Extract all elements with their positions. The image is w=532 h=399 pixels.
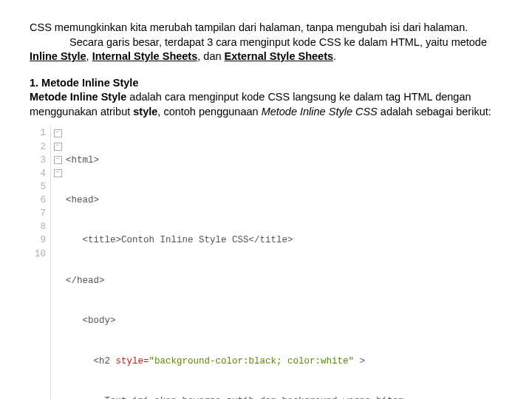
line-number: 7 — [30, 207, 46, 220]
fold-toggle-icon[interactable]: − — [54, 169, 62, 177]
intro-p1: CSS memungkinkan kita merubah tampilan d… — [30, 21, 502, 35]
line-number: 10 — [30, 248, 46, 261]
code-line: <h2 style="background-color:black; color… — [66, 355, 404, 368]
line-number-gutter: 1 2 3 4 5 6 7 8 9 10 — [30, 126, 51, 399]
line-number: 5 — [30, 180, 46, 194]
section1-lead-rest2: , contoh penggunaan — [157, 106, 261, 117]
intro-sep2: , dan — [197, 50, 224, 62]
code-line: <body> — [66, 314, 404, 327]
code-line: </head> — [66, 274, 404, 287]
code-attr: style= — [116, 356, 149, 366]
line-number: 1 — [30, 126, 46, 140]
line-number: 9 — [30, 233, 46, 247]
fold-gutter: − − − − — [51, 126, 64, 399]
code-block: 1 2 3 4 5 6 7 8 9 10 − − − − <html> <hea… — [30, 126, 502, 399]
line-number: 3 — [30, 154, 46, 167]
intro-sep1: , — [86, 50, 92, 62]
intro-b3: External Style Sheets — [225, 50, 334, 62]
intro-p2a: Secara garis besar, terdapat 3 cara meng… — [69, 36, 487, 48]
section1-lead-b2: style — [133, 106, 157, 117]
code-line: <head> — [66, 194, 404, 207]
intro-end: . — [333, 50, 336, 62]
section1-heading: 1. Metode Inline Style — [30, 76, 502, 91]
line-number: 2 — [30, 140, 46, 154]
intro-b2: Internal Style Sheets — [92, 50, 198, 62]
section1-lead-em: Metode Inline Style CSS — [262, 106, 378, 117]
section1-lead-rest3: adalah sebagai berikut: — [378, 106, 491, 117]
code-line: <title>Contoh Inline Style CSS</title> — [66, 233, 404, 247]
code-column: <html> <head> <title>Contoh Inline Style… — [64, 126, 404, 399]
intro-b1: Inline Style — [30, 50, 86, 62]
line-number: 6 — [30, 194, 46, 207]
code-line: <html> — [66, 154, 404, 167]
code-line: Text ini akan bewarna putih dan backgrou… — [66, 395, 404, 399]
intro-p2: Secara garis besar, terdapat 3 cara meng… — [30, 35, 502, 64]
fold-toggle-icon[interactable]: − — [54, 143, 62, 151]
line-number: 8 — [30, 220, 46, 233]
fold-toggle-icon[interactable]: − — [54, 129, 62, 137]
section1-lead-b: Metode Inline Style — [30, 91, 126, 103]
code-string: "background-color:black; color:white" — [149, 356, 355, 366]
section1-body: Metode Inline Style adalah cara menginpu… — [30, 90, 502, 119]
fold-toggle-icon[interactable]: − — [54, 156, 62, 164]
line-number: 4 — [30, 167, 46, 180]
